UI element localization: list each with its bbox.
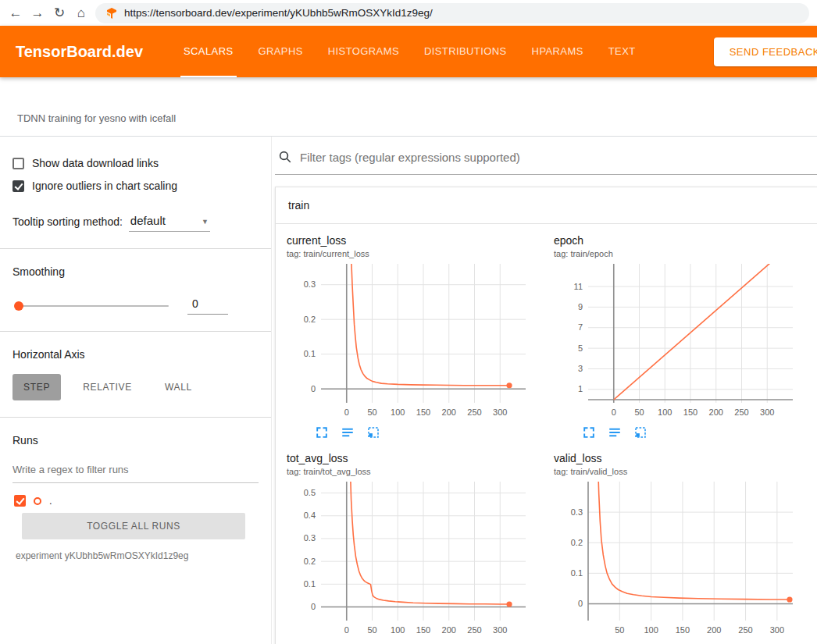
url-text: https://tensorboard.dev/experiment/yKUbh… bbox=[124, 7, 433, 19]
smoothing-value-input[interactable]: 0 bbox=[187, 297, 228, 315]
svg-text:0.3: 0.3 bbox=[304, 279, 316, 289]
tooltip-sorting-dropdown[interactable]: default ▼ bbox=[129, 212, 210, 232]
line-chart[interactable]: 05010015020025030000.10.20.30.40.5 bbox=[287, 479, 533, 642]
show-download-links-checkbox[interactable]: Show data download links bbox=[12, 157, 259, 169]
svg-text:200: 200 bbox=[442, 625, 456, 635]
divider bbox=[0, 248, 271, 249]
address-bar[interactable]: https://tensorboard.dev/experiment/yKUbh… bbox=[95, 3, 809, 23]
settings-sidebar: Show data download links Ignore outliers… bbox=[0, 137, 272, 644]
svg-text:300: 300 bbox=[493, 407, 507, 417]
svg-text:3: 3 bbox=[578, 364, 583, 373]
chart-valid-loss: valid_loss tag: train/valid_loss 5010015… bbox=[554, 452, 817, 644]
checkbox-unchecked-icon[interactable] bbox=[12, 158, 24, 169]
charts-grid: current_loss tag: train/current_loss 050… bbox=[276, 224, 817, 644]
axis-relative-button[interactable]: RELATIVE bbox=[72, 374, 143, 400]
tag-filter-row[interactable]: Filter tags (regular expressions support… bbox=[275, 144, 817, 175]
slider-thumb[interactable] bbox=[14, 301, 23, 311]
chart-tot-avg-loss: tot_avg_loss tag: train/tot_avg_loss 050… bbox=[287, 452, 554, 644]
svg-text:50: 50 bbox=[634, 407, 644, 417]
fit-domain-icon[interactable] bbox=[633, 425, 648, 439]
toggle-all-runs-button[interactable]: TOGGLE ALL RUNS bbox=[22, 513, 245, 539]
svg-text:0.2: 0.2 bbox=[304, 557, 316, 566]
app-logo[interactable]: TensorBoard.dev bbox=[16, 43, 143, 61]
run-checkbox-icon[interactable] bbox=[14, 495, 26, 507]
chart-tag: tag: train/current_loss bbox=[287, 249, 554, 258]
app-header: TensorBoard.dev SCALARS GRAPHS HISTOGRAM… bbox=[0, 26, 817, 77]
chart-title: valid_loss bbox=[554, 452, 817, 464]
expand-chart-icon[interactable] bbox=[315, 425, 329, 439]
horizontal-axis-buttons: STEP RELATIVE WALL bbox=[12, 374, 259, 400]
svg-text:250: 250 bbox=[467, 407, 481, 417]
forward-icon[interactable]: → bbox=[27, 0, 48, 26]
chart-title: epoch bbox=[554, 234, 817, 247]
tab-hparams[interactable]: HPARAMS bbox=[529, 26, 587, 77]
checkbox-label: Show data download links bbox=[32, 157, 159, 169]
home-icon[interactable]: ⌂ bbox=[70, 0, 92, 26]
svg-text:300: 300 bbox=[760, 407, 774, 417]
divider bbox=[0, 331, 271, 332]
svg-text:250: 250 bbox=[734, 407, 748, 417]
svg-text:0: 0 bbox=[344, 625, 349, 635]
content-area: Show data download links Ignore outliers… bbox=[0, 137, 817, 644]
send-feedback-button[interactable]: SEND FEEDBACK bbox=[714, 37, 817, 66]
svg-text:7: 7 bbox=[578, 322, 583, 332]
nav-tabs: SCALARS GRAPHS HISTOGRAMS DISTRIBUTIONS … bbox=[180, 26, 658, 77]
run-list-item[interactable]: . bbox=[14, 495, 259, 507]
svg-text:200: 200 bbox=[442, 407, 456, 417]
svg-text:50: 50 bbox=[367, 625, 376, 635]
axis-step-button[interactable]: STEP bbox=[12, 374, 61, 400]
tab-graphs[interactable]: GRAPHS bbox=[255, 26, 306, 77]
horizontal-axis-heading: Horizontal Axis bbox=[12, 348, 259, 361]
line-chart[interactable]: 0501001502002503001357911 bbox=[554, 262, 801, 424]
svg-text:100: 100 bbox=[658, 407, 672, 417]
tag-filter-placeholder: Filter tags (regular expressions support… bbox=[300, 151, 520, 164]
tab-distributions[interactable]: DISTRIBUTIONS bbox=[421, 26, 510, 77]
svg-text:50: 50 bbox=[615, 625, 624, 635]
search-icon bbox=[278, 150, 292, 164]
svg-text:5: 5 bbox=[578, 343, 583, 353]
smoothing-slider[interactable] bbox=[16, 305, 169, 307]
svg-text:150: 150 bbox=[683, 407, 697, 417]
expand-chart-icon[interactable] bbox=[582, 425, 596, 439]
line-chart[interactable]: 5010015020025030000.10.20.3 bbox=[554, 479, 801, 642]
svg-text:1: 1 bbox=[578, 384, 583, 393]
chevron-down-icon: ▼ bbox=[202, 215, 209, 226]
svg-text:9: 9 bbox=[578, 302, 583, 311]
site-favicon bbox=[106, 8, 117, 19]
line-chart[interactable]: 05010015020025030000.10.20.3 bbox=[287, 262, 533, 424]
svg-text:0.5: 0.5 bbox=[304, 488, 316, 497]
svg-text:200: 200 bbox=[709, 407, 723, 417]
svg-text:0: 0 bbox=[311, 602, 316, 611]
chart-epoch: epoch tag: train/epoch 05010015020025030… bbox=[554, 234, 817, 441]
svg-text:200: 200 bbox=[707, 625, 721, 635]
data-table-icon[interactable] bbox=[608, 425, 622, 439]
checkbox-checked-icon[interactable] bbox=[12, 180, 24, 192]
tag-group-header[interactable]: train bbox=[276, 187, 817, 224]
chart-current-loss: current_loss tag: train/current_loss 050… bbox=[287, 234, 554, 441]
tooltip-sorting-label: Tooltip sorting method: bbox=[12, 215, 123, 232]
fit-domain-icon[interactable] bbox=[366, 425, 380, 439]
run-filter-input[interactable] bbox=[12, 461, 259, 483]
axis-wall-button[interactable]: WALL bbox=[154, 374, 203, 400]
tab-histograms[interactable]: HISTOGRAMS bbox=[325, 26, 402, 77]
chart-toolbar bbox=[554, 425, 817, 441]
smoothing-heading: Smoothing bbox=[12, 265, 259, 278]
svg-text:150: 150 bbox=[416, 407, 430, 417]
svg-text:150: 150 bbox=[416, 625, 430, 635]
tab-text[interactable]: TEXT bbox=[605, 26, 639, 77]
tab-scalars[interactable]: SCALARS bbox=[180, 26, 237, 77]
back-icon[interactable]: ← bbox=[5, 0, 27, 26]
runs-heading: Runs bbox=[12, 434, 259, 447]
svg-text:250: 250 bbox=[467, 625, 481, 635]
ignore-outliers-checkbox[interactable]: Ignore outliers in chart scaling bbox=[12, 180, 259, 192]
svg-text:100: 100 bbox=[391, 407, 405, 417]
data-table-icon[interactable] bbox=[341, 425, 355, 439]
reload-icon[interactable]: ↻ bbox=[48, 0, 70, 26]
svg-text:300: 300 bbox=[493, 625, 507, 635]
svg-text:0.2: 0.2 bbox=[571, 538, 583, 547]
chart-toolbar bbox=[287, 425, 554, 441]
svg-text:100: 100 bbox=[391, 625, 405, 635]
svg-text:0: 0 bbox=[311, 384, 316, 393]
chart-title: current_loss bbox=[287, 234, 554, 247]
run-name: . bbox=[49, 495, 52, 507]
